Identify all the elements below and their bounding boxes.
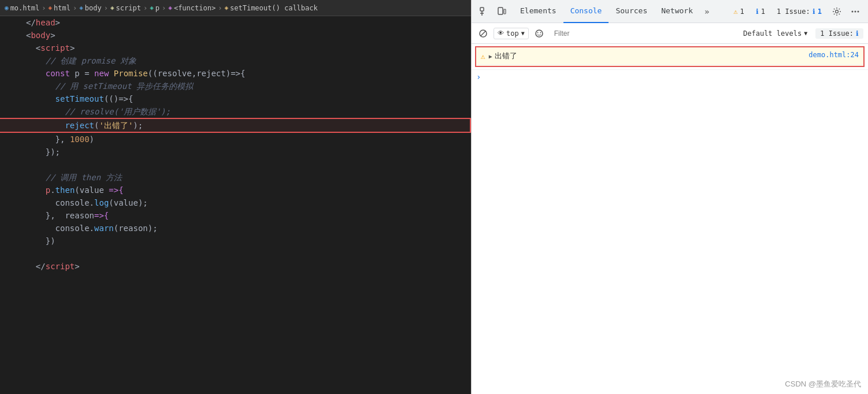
warning-icon: ⚠ [733,8,737,16]
console-toolbar: 👁 top ▼ Default levels ▼ 1 Issue: ℹ [472,23,868,44]
more-tabs-button[interactable]: » [700,0,714,23]
issues-info-icon-console: ℹ [856,29,859,38]
eye-dropdown-icon: ▼ [521,30,525,36]
issues-badge[interactable]: 1 Issue: ℹ 1 [772,6,826,17]
console-warn-message: ⚠ ▶ 出错了 demo.html:24 [476,49,863,65]
svg-point-5 [836,10,839,13]
svg-rect-0 [480,8,484,11]
warn-icon: ⚠ [481,52,485,61]
code-line-highlighted: reject('出错了'); [0,118,471,133]
message-content: ▶ 出错了 [489,51,808,61]
eye-icon: 👁 [498,29,504,37]
info-count-badge[interactable]: ℹ 1 [751,6,770,17]
code-line: }, 1000) [0,133,471,146]
svg-rect-3 [498,8,503,14]
html-icon: ◈ [48,4,52,12]
breadcrumb: ◉ mo.html › ◈ html › ◈ body › ◈ script ›… [0,0,471,16]
inspect-icon-button[interactable] [476,3,492,20]
code-line: }) [0,235,471,247]
breadcrumb-callback: ◈ setTimeout() callback [224,4,317,12]
code-line: }, reason=>{ [0,209,471,222]
code-line: const p = new Promise((resolve,reject)=>… [0,67,471,80]
code-area: </head> <body> <script> // 创建 promise 对象… [0,16,471,394]
code-line: p.then(value =>{ [0,184,471,196]
tab-elements[interactable]: Elements [513,0,563,23]
svg-rect-4 [504,9,506,14]
breadcrumb-html: ◈ html [48,4,71,12]
breadcrumb-body: ◈ body [79,4,102,12]
cb-icon: ◈ [224,4,228,12]
svg-point-12 [537,32,538,33]
warning-count-badge[interactable]: ⚠ 1 [729,6,748,17]
code-line [0,247,471,260]
body-icon: ◈ [79,4,83,12]
code-line: // resolve('用户数据'); [0,105,471,118]
file-icon: ◉ [5,4,9,12]
breadcrumb-p: ◈ p [150,4,159,12]
filter-input[interactable] [550,28,735,39]
code-line: // 创建 promise 对象 [0,54,471,67]
breadcrumb-file: ◉ mo.html [5,4,39,12]
svg-point-6 [852,10,854,12]
svg-point-7 [855,10,856,12]
devtools-tabs: Elements Console Sources Network » [513,0,728,23]
issues-info-icon: ℹ [813,8,815,16]
message-source-link[interactable]: demo.html:24 [808,51,859,59]
p-icon: ◈ [150,4,154,12]
svg-point-13 [540,32,541,33]
default-levels-dropdown[interactable]: Default levels ▼ [739,28,812,39]
warn-box: ⚠ ▶ 出错了 demo.html:24 [475,46,865,67]
code-line: setTimeout(()=>{ [0,92,471,105]
tab-console[interactable]: Console [563,0,609,23]
code-line: console.log(value); [0,196,471,209]
clear-console-button[interactable] [476,27,490,40]
code-line: // 用 setTimeout 异步任务的模拟 [0,80,471,92]
console-prompt-line: › [472,69,868,84]
script-icon: ◈ [110,4,114,12]
emoji-icon-button[interactable] [532,27,546,40]
breadcrumb-script: ◈ script [110,4,141,12]
svg-line-10 [481,31,486,36]
svg-point-11 [536,30,543,37]
code-line: }); [0,146,471,158]
code-line [0,158,471,171]
code-editor: ◉ mo.html › ◈ html › ◈ body › ◈ script ›… [0,0,471,394]
code-line: <body> [0,29,471,42]
prompt-chevron-icon: › [476,72,481,81]
code-line: console.warn(reason); [0,222,471,235]
tab-sources[interactable]: Sources [609,0,654,23]
code-line: // 调用 then 方法 [0,171,471,184]
code-line: <script> [0,42,471,54]
func-icon: ◈ [168,4,172,12]
breadcrumb-function: ◈ <function> [168,4,216,12]
more-options-icon-button[interactable] [847,3,863,20]
default-levels-chevron-icon: ▼ [804,30,807,36]
watermark: CSDN @墨鱼爱吃圣代 [785,379,861,389]
devtools-toolbar: Elements Console Sources Network » ⚠ 1 ℹ [472,0,868,23]
settings-icon-button[interactable] [829,3,845,20]
devtools-panel: Elements Console Sources Network » ⚠ 1 ℹ [471,0,868,394]
info-icon: ℹ [756,8,759,16]
code-line: </script> [0,260,471,273]
expand-arrow[interactable]: ▶ [489,53,492,60]
tab-network[interactable]: Network [654,0,700,23]
console-issues-badge[interactable]: 1 Issue: ℹ [815,28,863,39]
device-mode-icon-button[interactable] [494,3,510,20]
devtools-right-icons: ⚠ 1 ℹ 1 1 Issue: ℹ 1 [729,3,863,20]
code-line: </head> [0,16,471,29]
context-selector[interactable]: 👁 top ▼ [494,28,529,39]
svg-point-8 [858,10,859,12]
console-messages-area: ⚠ ▶ 出错了 demo.html:24 › [472,44,868,394]
